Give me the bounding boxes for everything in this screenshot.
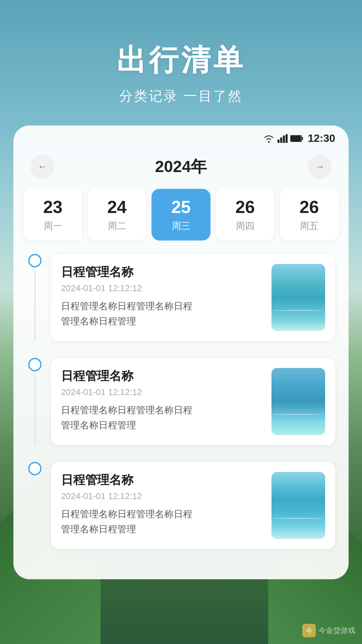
prev-month-button[interactable]: ← (30, 155, 54, 179)
date-weekday: 周三 (152, 220, 210, 232)
schedule-title: 日程管理名称 (61, 368, 265, 384)
schedule-list: 日程管理名称 2024-01-01 12:12:12 日程管理名称日程管理名称日… (13, 254, 349, 549)
svg-point-0 (268, 141, 270, 143)
schedule-description: 日程管理名称日程管理名称日程管理名称日程管理 (61, 507, 265, 537)
date-cell-4[interactable]: 26 周四 (216, 189, 275, 240)
date-cell-2[interactable]: 24 周二 (87, 189, 146, 240)
timeline-col (27, 358, 43, 445)
date-number: 24 (87, 197, 146, 217)
battery-icon (290, 135, 304, 142)
date-cell-1[interactable]: 23 周一 (23, 189, 82, 240)
brand-text: 今金贷游戏 (318, 626, 355, 636)
schedule-content: 日程管理名称 2024-01-01 12:12:12 日程管理名称日程管理名称日… (51, 358, 335, 445)
svg-rect-2 (280, 138, 282, 143)
wifi-icon (263, 134, 275, 143)
schedule-content: 日程管理名称 2024-01-01 12:12:12 日程管理名称日程管理名称日… (51, 462, 335, 549)
schedule-item-1[interactable]: 日程管理名称 2024-01-01 12:12:12 日程管理名称日程管理名称日… (27, 254, 335, 341)
schedule-time: 2024-01-01 12:12:12 (61, 491, 265, 501)
date-weekday: 周四 (216, 220, 275, 232)
schedule-item-2[interactable]: 日程管理名称 2024-01-01 12:12:12 日程管理名称日程管理名称日… (27, 358, 335, 445)
timeline-dot (28, 462, 42, 475)
date-number: 26 (216, 197, 275, 217)
schedule-description: 日程管理名称日程管理名称日程管理名称日程管理 (61, 299, 265, 329)
date-number: 25 (152, 197, 210, 217)
schedule-time: 2024-01-01 12:12:12 (61, 283, 265, 293)
page-title: 出行清单 (0, 40, 362, 80)
brand-watermark: 今 今金贷游戏 (302, 624, 355, 637)
date-number: 23 (23, 197, 82, 217)
schedule-time: 2024-01-01 12:12:12 (61, 387, 265, 397)
schedule-title: 日程管理名称 (61, 472, 265, 488)
svg-rect-6 (291, 136, 301, 141)
schedule-thumbnail (272, 368, 325, 435)
date-cell-5[interactable]: 26 周五 (280, 189, 339, 240)
svg-rect-3 (283, 136, 285, 143)
svg-rect-1 (278, 140, 280, 143)
signal-icon (278, 134, 288, 143)
timeline-col (27, 462, 43, 549)
next-month-button[interactable]: → (308, 155, 332, 179)
date-row: 23 周一 24 周二 25 周三 26 周四 26 周五 (13, 189, 349, 254)
schedule-image (272, 368, 325, 435)
date-weekday: 周一 (23, 220, 82, 232)
date-number: 26 (280, 197, 339, 217)
date-weekday: 周五 (280, 220, 339, 232)
timeline-col (27, 254, 43, 341)
main-card: 12:30 ← 2024年 → 23 周一 24 周二 25 周三 26 周四 … (13, 125, 349, 579)
schedule-thumbnail (272, 264, 325, 331)
calendar-nav: ← 2024年 → (13, 148, 349, 189)
next-arrow-icon: → (315, 161, 324, 172)
schedule-image (272, 264, 325, 331)
schedule-text: 日程管理名称 2024-01-01 12:12:12 日程管理名称日程管理名称日… (61, 264, 265, 331)
timeline-line (35, 270, 36, 341)
main-card-wrapper: 12:30 ← 2024年 → 23 周一 24 周二 25 周三 26 周四 … (0, 125, 362, 579)
svg-rect-4 (286, 134, 288, 143)
schedule-text: 日程管理名称 2024-01-01 12:12:12 日程管理名称日程管理名称日… (61, 472, 265, 539)
schedule-title: 日程管理名称 (61, 264, 265, 280)
year-label: 2024年 (155, 156, 207, 177)
date-cell-3[interactable]: 25 周三 (152, 189, 210, 240)
timeline-dot (28, 254, 42, 267)
schedule-thumbnail (272, 472, 325, 539)
header-section: 出行清单 分类记录 一目了然 (0, 0, 362, 125)
schedule-item-3[interactable]: 日程管理名称 2024-01-01 12:12:12 日程管理名称日程管理名称日… (27, 462, 335, 549)
schedule-description: 日程管理名称日程管理名称日程管理名称日程管理 (61, 403, 265, 433)
schedule-image (272, 472, 325, 539)
schedule-text: 日程管理名称 2024-01-01 12:12:12 日程管理名称日程管理名称日… (61, 368, 265, 435)
timeline-dot (28, 358, 42, 371)
status-icons (263, 134, 304, 143)
page-subtitle: 分类记录 一目了然 (0, 87, 362, 105)
date-weekday: 周二 (87, 220, 146, 232)
svg-rect-7 (302, 137, 303, 140)
status-bar: 12:30 (13, 125, 349, 148)
schedule-content: 日程管理名称 2024-01-01 12:12:12 日程管理名称日程管理名称日… (51, 254, 335, 341)
brand-icon: 今 (302, 624, 316, 637)
prev-arrow-icon: ← (38, 161, 47, 172)
timeline-line (35, 374, 36, 445)
status-time: 12:30 (308, 132, 335, 145)
